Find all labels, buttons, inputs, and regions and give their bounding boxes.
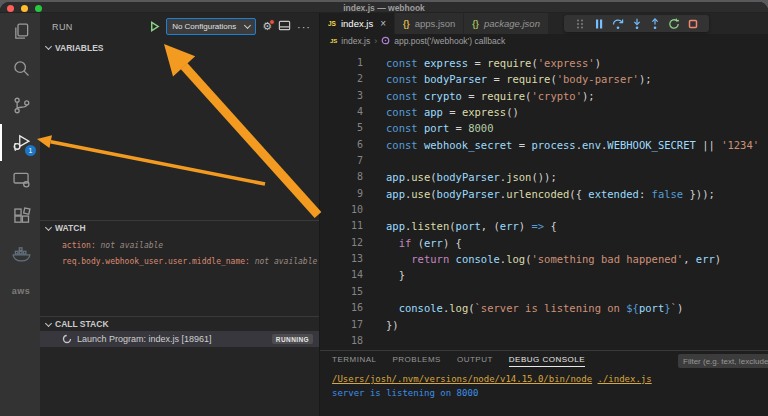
debug-console-output: /Users/josh/.nvm/versions/node/v14.15.0/…: [320, 370, 768, 400]
line-number: 9: [320, 186, 363, 202]
line-number: 17: [320, 317, 363, 333]
chevron-down-icon: [45, 223, 52, 230]
debug-configuration-dropdown[interactable]: No Configurations: [166, 18, 256, 35]
line-number: 15: [320, 284, 363, 300]
code-line[interactable]: 16 console.log(`server is listening on $…: [320, 300, 768, 316]
source-control-icon[interactable]: [0, 87, 40, 124]
code-line[interactable]: 17}): [320, 317, 768, 333]
console-filter-input[interactable]: [678, 354, 768, 368]
editor-tab-bar: JS index.js × {} apps.json {} package.js…: [320, 13, 768, 34]
watch-expression[interactable]: action: not available: [40, 238, 319, 254]
toolbar-grip-icon[interactable]: [574, 18, 586, 30]
console-stdout-line: server is listening on 8000: [332, 387, 768, 401]
line-number: 5: [320, 120, 363, 136]
window-title: index.js — webhook: [0, 3, 768, 13]
panel-tab-problems[interactable]: PROBLEMS: [392, 355, 440, 366]
code-line[interactable]: 11app.listen(port, (err) => {: [320, 218, 768, 234]
docker-icon[interactable]: [0, 235, 40, 272]
restart-icon[interactable]: [668, 18, 680, 30]
line-number: 3: [320, 88, 363, 104]
code-line[interactable]: 12 if (err) {: [320, 235, 768, 251]
stop-icon[interactable]: [687, 18, 699, 30]
step-out-icon[interactable]: [649, 18, 661, 30]
aws-icon[interactable]: aws: [0, 272, 40, 309]
code-line[interactable]: 2const bodyParser = require('body-parser…: [320, 71, 768, 87]
code-line[interactable]: 9app.use(bodyParser.urlencoded({ extende…: [320, 186, 768, 202]
javascript-file-icon: JS: [330, 38, 337, 44]
debug-sidebar: RUN No Configurations ⚙ ···: [40, 13, 319, 416]
line-number: 1: [320, 55, 363, 71]
debug-badge: 1: [25, 145, 36, 156]
chevron-down-icon: [244, 21, 251, 28]
code-line[interactable]: 6const webhook_secret = process.env.WEBH…: [320, 137, 768, 153]
debug-console-toggle-icon[interactable]: [278, 18, 291, 36]
tab-apps-json[interactable]: {} apps.json: [395, 13, 464, 34]
code-line[interactable]: 15: [320, 284, 768, 300]
run-view-title: RUN: [52, 22, 73, 32]
json-file-icon: {}: [472, 19, 479, 29]
json-file-icon: {}: [403, 19, 410, 29]
variables-section-header[interactable]: VARIABLES: [40, 40, 319, 55]
code-line[interactable]: 4const app = express(): [320, 104, 768, 120]
code-line[interactable]: 1const express = require('express'): [320, 55, 768, 71]
start-debug-icon[interactable]: [149, 18, 160, 36]
bottom-panel: TERMINAL PROBLEMS OUTPUT DEBUG CONSOLE /…: [320, 350, 768, 416]
more-actions-icon[interactable]: ···: [297, 21, 311, 33]
panel-tab-terminal[interactable]: TERMINAL: [332, 355, 376, 366]
watch-expression[interactable]: req.body.webhook_user.user.middle_name: …: [40, 254, 319, 270]
code-line[interactable]: 8app.use(bodyParser.json());: [320, 169, 768, 185]
line-number: 18: [320, 333, 363, 349]
line-number: 12: [320, 235, 363, 251]
close-tab-icon[interactable]: ×: [380, 18, 386, 29]
breadcrumb-separator: ›: [374, 36, 377, 46]
gear-alert-dot: [269, 19, 275, 25]
pause-icon[interactable]: [593, 18, 605, 30]
node-path-link[interactable]: /Users/josh/.nvm/versions/node/v14.15.0/…: [332, 374, 592, 384]
search-icon[interactable]: [0, 50, 40, 87]
code-line[interactable]: 18: [320, 333, 768, 349]
call-stack-section-header[interactable]: CALL STACK: [40, 316, 319, 331]
code-line[interactable]: 10: [320, 202, 768, 218]
line-number: 8: [320, 169, 363, 185]
tab-index-js[interactable]: JS index.js ×: [320, 13, 395, 34]
code-line[interactable]: 7: [320, 153, 768, 169]
panel-tab-debug-console[interactable]: DEBUG CONSOLE: [509, 355, 585, 367]
breadcrumb[interactable]: JS index.js › app.post('/webhook') callb…: [320, 34, 768, 48]
watch-body: action: not available req.body.webhook_u…: [40, 235, 319, 316]
script-path-link[interactable]: ./index.js: [598, 374, 652, 384]
code-line[interactable]: 14 }: [320, 267, 768, 283]
loading-spinner-icon: [62, 330, 72, 348]
line-number: 10: [320, 202, 363, 218]
code-line[interactable]: 3const crypto = require('crypto');: [320, 88, 768, 104]
panel-tab-output[interactable]: OUTPUT: [457, 355, 493, 366]
running-status-badge: RUNNING: [272, 334, 313, 344]
line-number: 7: [320, 153, 363, 169]
step-over-icon[interactable]: [612, 18, 624, 30]
code-line[interactable]: 5const port = 8000: [320, 120, 768, 136]
vscode-window: index.js — webhook 1: [0, 2, 768, 416]
activity-bar: 1 aws: [0, 13, 40, 416]
step-into-icon[interactable]: [631, 18, 643, 30]
explorer-icon[interactable]: [0, 13, 40, 50]
chevron-down-icon: [45, 43, 52, 50]
extensions-icon[interactable]: [0, 198, 40, 235]
line-number: 16: [320, 300, 363, 316]
title-bar[interactable]: index.js — webhook: [0, 2, 768, 13]
variables-body: [40, 55, 319, 220]
line-number: 13: [320, 251, 363, 267]
line-number: 2: [320, 71, 363, 87]
console-command-line: /Users/josh/.nvm/versions/node/v14.15.0/…: [332, 373, 768, 387]
watch-section-header[interactable]: WATCH: [40, 220, 319, 235]
code-editor[interactable]: 1const express = require('express')2cons…: [320, 48, 768, 350]
line-number: 4: [320, 104, 363, 120]
symbol-function-icon: [381, 36, 390, 47]
configure-gear-icon[interactable]: ⚙: [262, 21, 272, 32]
code-line[interactable]: 13 return console.log('something bad hap…: [320, 251, 768, 267]
tab-package-json[interactable]: {} package.json: [464, 13, 549, 34]
line-number: 11: [320, 218, 363, 234]
chevron-down-icon: [45, 319, 52, 326]
remote-explorer-icon[interactable]: [0, 161, 40, 198]
call-stack-session-row[interactable]: Launch Program: index.js [18961] RUNNING: [40, 331, 319, 347]
line-number: 6: [320, 137, 363, 153]
run-and-debug-icon[interactable]: 1: [0, 124, 40, 161]
